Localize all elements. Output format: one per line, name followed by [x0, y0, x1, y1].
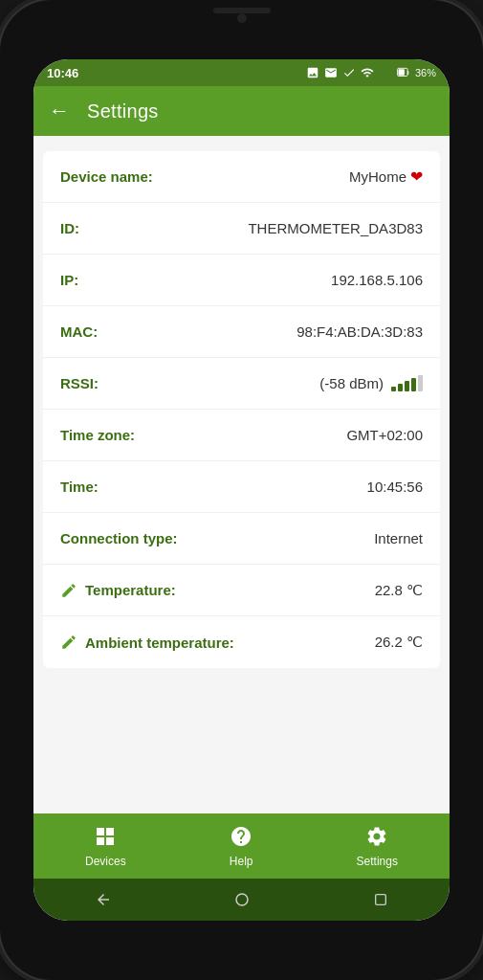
- pencil-icon: [60, 634, 77, 651]
- setting-value-text: 98:F4:AB:DA:3D:83: [296, 323, 423, 340]
- setting-row[interactable]: Ambient temperature:26.2 ℃: [43, 616, 440, 668]
- svg-point-2: [236, 894, 248, 905]
- setting-label: Connection type:: [60, 530, 178, 546]
- nav-label-settings: Settings: [357, 855, 398, 868]
- nav-item-settings[interactable]: Settings: [338, 819, 417, 874]
- setting-label: IP:: [60, 272, 78, 288]
- setting-label-text: Time zone:: [60, 427, 135, 443]
- setting-value: GMT+02:00: [346, 427, 423, 443]
- setting-value-text: 26.2 ℃: [375, 634, 423, 651]
- back-nav-button[interactable]: [90, 886, 117, 913]
- home-nav-button[interactable]: [229, 886, 255, 913]
- setting-label-text: Connection type:: [60, 530, 178, 546]
- back-button[interactable]: ←: [49, 100, 70, 122]
- setting-label: Time:: [60, 479, 99, 495]
- setting-label: Device name:: [60, 168, 153, 185]
- phone-frame: 10:46 36% ← Settin: [0, 0, 483, 980]
- recents-nav-button[interactable]: [367, 886, 394, 913]
- setting-label-text: ID:: [60, 220, 79, 236]
- svg-rect-1: [398, 69, 404, 75]
- setting-label: ID:: [60, 220, 79, 236]
- pencil-icon: [60, 582, 77, 599]
- setting-value-text: Internet: [374, 530, 423, 546]
- phone-screen: 10:46 36% ← Settin: [33, 59, 450, 921]
- app-header: ← Settings: [33, 86, 450, 136]
- image-icon: [306, 66, 319, 79]
- setting-label-text: IP:: [60, 272, 78, 288]
- setting-label-text: Ambient temperature:: [85, 635, 234, 651]
- header-title: Settings: [87, 100, 159, 122]
- setting-row: Time zone:GMT+02:00: [43, 410, 440, 461]
- settings-content: Device name:MyHome❤ID:THERMOMETER_DA3D83…: [33, 136, 450, 813]
- setting-label: Ambient temperature:: [60, 634, 234, 651]
- cell-signal-icon: [379, 66, 392, 79]
- setting-row: Device name:MyHome❤: [43, 151, 440, 203]
- settings-icon: [365, 825, 388, 852]
- wifi-icon: [361, 66, 374, 79]
- status-bar: 10:46 36%: [33, 59, 450, 86]
- nav-item-devices[interactable]: Devices: [66, 819, 145, 874]
- setting-label-text: Temperature:: [85, 582, 176, 598]
- status-time: 10:46: [47, 66, 78, 80]
- bottom-nav: Devices Help Settings: [33, 813, 450, 879]
- signal-bars: [391, 375, 423, 391]
- nav-label-help: Help: [230, 855, 253, 868]
- setting-row[interactable]: Temperature:22.8 ℃: [43, 565, 440, 616]
- devices-icon: [94, 825, 117, 852]
- setting-value-text: 10:45:56: [367, 479, 423, 495]
- setting-row: ID:THERMOMETER_DA3D83: [43, 203, 440, 255]
- setting-value: 26.2 ℃: [375, 634, 423, 651]
- setting-value-text: MyHome: [349, 168, 406, 185]
- setting-row: Connection type:Internet: [43, 513, 440, 565]
- android-nav: [33, 879, 450, 921]
- setting-label-text: MAC:: [60, 323, 98, 340]
- setting-label: MAC:: [60, 323, 98, 340]
- setting-value-text: 22.8 ℃: [375, 582, 423, 599]
- setting-row: MAC:98:F4:AB:DA:3D:83: [43, 306, 440, 358]
- rssi-text: (-58 dBm): [319, 375, 384, 391]
- setting-label: RSSI:: [60, 375, 99, 391]
- mail-icon: [324, 66, 338, 79]
- setting-label: Time zone:: [60, 427, 135, 443]
- check-icon: [342, 66, 356, 79]
- battery-icon: [397, 66, 410, 79]
- help-icon: [230, 825, 252, 852]
- setting-value-text: THERMOMETER_DA3D83: [248, 220, 423, 236]
- setting-row: RSSI:(-58 dBm): [43, 358, 440, 410]
- heart-icon: ❤: [410, 167, 423, 186]
- battery-percent: 36%: [415, 67, 436, 78]
- setting-label-text: Device name:: [60, 168, 153, 185]
- setting-value: 10:45:56: [367, 479, 423, 495]
- setting-value: MyHome❤: [349, 167, 423, 186]
- setting-value: 98:F4:AB:DA:3D:83: [296, 323, 423, 340]
- setting-row: Time:10:45:56: [43, 461, 440, 513]
- setting-value: 192.168.5.106: [331, 272, 423, 288]
- setting-value: 22.8 ℃: [375, 582, 423, 599]
- setting-value: (-58 dBm): [319, 375, 423, 391]
- setting-label-text: Time:: [60, 479, 99, 495]
- setting-value-text: 192.168.5.106: [331, 272, 423, 288]
- setting-label-text: RSSI:: [60, 375, 99, 391]
- setting-value-text: GMT+02:00: [346, 427, 423, 443]
- svg-rect-3: [375, 895, 385, 905]
- setting-value: Internet: [374, 530, 423, 546]
- setting-label: Temperature:: [60, 582, 176, 599]
- settings-card: Device name:MyHome❤ID:THERMOMETER_DA3D83…: [43, 151, 440, 668]
- speaker: [213, 8, 271, 13]
- status-icons: 36%: [306, 66, 436, 79]
- setting-value: THERMOMETER_DA3D83: [248, 220, 423, 236]
- nav-label-devices: Devices: [85, 855, 126, 868]
- setting-row: IP:192.168.5.106: [43, 255, 440, 306]
- camera: [237, 13, 247, 23]
- nav-item-help[interactable]: Help: [210, 819, 273, 874]
